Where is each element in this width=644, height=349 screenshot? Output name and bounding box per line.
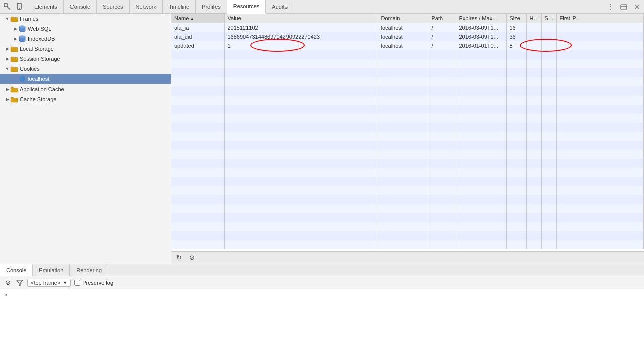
svg-point-7 — [19, 26, 25, 28]
cell-empty-value — [224, 177, 378, 186]
tab-timeline[interactable]: Timeline — [163, 0, 196, 14]
cell-empty-ht — [526, 105, 541, 114]
delete-icon[interactable]: ⊘ — [187, 253, 196, 263]
sidebar: Frames Web SQL IndexedDB Local Storage S… — [0, 14, 171, 264]
triangle-application-cache — [4, 86, 10, 92]
cell-empty-firstp — [556, 222, 644, 231]
sidebar-label-cache-storage: Cache Storage — [20, 96, 56, 102]
cell-value: 1 — [224, 41, 378, 50]
col-header-path[interactable]: Path — [428, 14, 456, 23]
table-row-empty — [171, 96, 644, 105]
cell-empty-ht — [526, 123, 541, 132]
cell-empty-ht — [526, 150, 541, 159]
console-prompt: > — [4, 291, 640, 298]
cell-empty-size — [506, 59, 526, 68]
sidebar-item-cache-storage[interactable]: Cache Storage — [0, 94, 171, 104]
cell-empty-expires — [456, 150, 506, 159]
col-header-expires[interactable]: Expires / Max... — [456, 14, 506, 23]
device-icon[interactable] — [14, 2, 24, 12]
table-row[interactable]: ala_uid168690473144869704290922270423loc… — [171, 32, 644, 41]
tab-profiles[interactable]: Profiles — [196, 0, 227, 14]
tab-resources[interactable]: Resources — [227, 0, 266, 14]
cell-empty-value — [224, 59, 378, 68]
preserve-log-checkbox[interactable] — [74, 280, 80, 286]
cell-empty-name — [171, 86, 224, 96]
col-header-value[interactable]: Value — [224, 14, 378, 23]
tab-network[interactable]: Network — [130, 0, 163, 14]
table-scroll[interactable]: Name▲ValueDomainPathExpires / Max...Size… — [171, 14, 644, 251]
console-input[interactable] — [9, 291, 640, 298]
cell-empty-path — [428, 186, 456, 195]
tab-audits[interactable]: Audits — [266, 0, 294, 14]
cell-empty-domain — [378, 240, 428, 249]
console-clear-icon[interactable]: ⊘ — [3, 278, 12, 287]
svg-rect-0 — [4, 4, 7, 7]
sidebar-item-indexeddb[interactable]: IndexedDB — [0, 34, 171, 44]
console-filter-icon[interactable] — [15, 278, 24, 287]
col-header-ht[interactable]: HT... — [526, 14, 541, 23]
table-row[interactable]: updated1localhost/2016-01-01T0...8 — [171, 41, 644, 50]
cell-name: updated — [171, 41, 224, 50]
sidebar-item-cookies[interactable]: Cookies — [0, 64, 171, 74]
cell-empty-expires — [456, 222, 506, 231]
col-header-se[interactable]: Se... — [541, 14, 556, 23]
table-row-empty — [171, 195, 644, 204]
cell-size: 8 — [506, 41, 526, 50]
cell-ht — [526, 32, 541, 41]
cell-empty-domain — [378, 168, 428, 177]
table-row-empty — [171, 159, 644, 168]
sidebar-item-application-cache[interactable]: Application Cache — [0, 84, 171, 94]
cell-empty-se — [541, 240, 556, 249]
cell-empty-ht — [526, 132, 541, 141]
sidebar-item-localhost[interactable]: localhost — [0, 74, 171, 84]
cell-path: / — [428, 41, 456, 50]
cell-empty-domain — [378, 222, 428, 231]
cell-empty-name — [171, 195, 224, 204]
refresh-icon[interactable]: ↻ — [174, 253, 183, 263]
cell-expires: 2016-01-01T0... — [456, 41, 506, 50]
cell-empty-path — [428, 177, 456, 186]
col-header-domain[interactable]: Domain — [378, 14, 428, 23]
cell-empty-value — [224, 159, 378, 168]
cell-empty-expires — [456, 177, 506, 186]
console-tab-rendering[interactable]: Rendering — [70, 264, 108, 276]
col-header-name[interactable]: Name▲ — [171, 14, 224, 23]
folder-icon-application-cache — [10, 85, 18, 93]
cell-empty-size — [506, 177, 526, 186]
frame-selector[interactable]: <top frame> ▼ — [27, 279, 71, 287]
tab-elements[interactable]: Elements — [28, 0, 64, 14]
cell-empty-size — [506, 168, 526, 177]
console-tab-console[interactable]: Console — [0, 264, 33, 276]
close-icon[interactable]: ✕ — [632, 2, 642, 12]
tab-console[interactable]: Console — [64, 0, 97, 14]
cell-empty-domain — [378, 150, 428, 159]
table-row-empty — [171, 105, 644, 114]
cell-empty-ht — [526, 86, 541, 96]
cell-empty-expires — [456, 195, 506, 204]
tab-sources[interactable]: Sources — [97, 0, 129, 14]
sidebar-item-frames[interactable]: Frames — [0, 14, 171, 24]
more-options-icon[interactable]: ⋮ — [606, 2, 616, 12]
cell-empty-name — [171, 186, 224, 195]
console-tab-emulation[interactable]: Emulation — [33, 264, 70, 276]
undock-icon[interactable] — [619, 2, 629, 12]
sidebar-item-local-storage[interactable]: Local Storage — [0, 44, 171, 54]
table-row-empty — [171, 222, 644, 231]
table-row[interactable]: ala_ia2015121102localhost/2016-03-09T1..… — [171, 23, 644, 32]
cell-empty-value — [224, 168, 378, 177]
table-row-empty — [171, 177, 644, 186]
folder-icon-cache-storage — [10, 96, 18, 103]
cell-empty-name — [171, 159, 224, 168]
col-header-size[interactable]: Size — [506, 14, 526, 23]
col-header-firstp[interactable]: First-P... — [556, 14, 644, 23]
sidebar-item-session-storage[interactable]: Session Storage — [0, 54, 171, 64]
cell-empty-se — [541, 59, 556, 68]
table-row-empty — [171, 168, 644, 177]
inspect-icon[interactable] — [2, 2, 12, 12]
cell-empty-path — [428, 150, 456, 159]
cell-empty-se — [541, 141, 556, 150]
cell-empty-name — [171, 231, 224, 240]
cell-empty-size — [506, 159, 526, 168]
sidebar-item-web-sql[interactable]: Web SQL — [0, 24, 171, 34]
cell-empty-name — [171, 123, 224, 132]
